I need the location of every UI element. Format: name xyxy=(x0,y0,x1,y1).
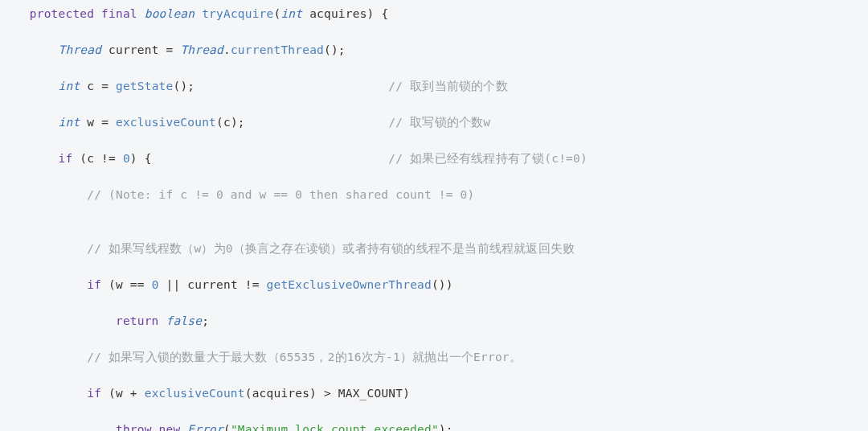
code-line: // (Note: if c != 0 and w == 0 then shar… xyxy=(8,186,860,203)
comment: // (Note: if c != 0 and w == 0 then shar… xyxy=(87,188,474,201)
comment: // 如果已经有线程持有了锁(c!=0) xyxy=(388,152,588,165)
code-line: if (c != 0) { // 如果已经有线程持有了锁(c!=0) xyxy=(8,150,860,167)
comment: // 取到当前锁的个数 xyxy=(388,80,507,92)
code-line: Thread current = Thread.currentThread(); xyxy=(8,41,860,59)
code-line: throw new Error("Maximum lock count exce… xyxy=(8,421,860,431)
code-line: // 如果写线程数（w）为0（换言之存在读锁）或者持有锁的线程不是当前线程就返回… xyxy=(8,240,860,257)
comment: // 取写锁的个数w xyxy=(388,116,490,129)
comment: // 如果写入锁的数量大于最大数（65535，2的16次方-1）就抛出一个Err… xyxy=(87,351,522,363)
code-line: return false; xyxy=(8,312,860,330)
code-line: // 如果写入锁的数量大于最大数（65535，2的16次方-1）就抛出一个Err… xyxy=(8,348,860,366)
code-line: if (w + exclusiveCount(acquires) > MAX_C… xyxy=(8,384,860,402)
comment: // 如果写线程数（w）为0（换言之存在读锁）或者持有锁的线程不是当前线程就返回… xyxy=(87,242,575,255)
code-line: int w = exclusiveCount(c); // 取写锁的个数w xyxy=(8,113,860,131)
code-line: int c = getState(); // 取到当前锁的个数 xyxy=(8,77,860,95)
code-line: protected final boolean tryAcquire(int a… xyxy=(8,5,860,23)
code-block: protected final boolean tryAcquire(int a… xyxy=(0,0,868,431)
code-line: if (w == 0 || current != getExclusiveOwn… xyxy=(8,276,860,293)
